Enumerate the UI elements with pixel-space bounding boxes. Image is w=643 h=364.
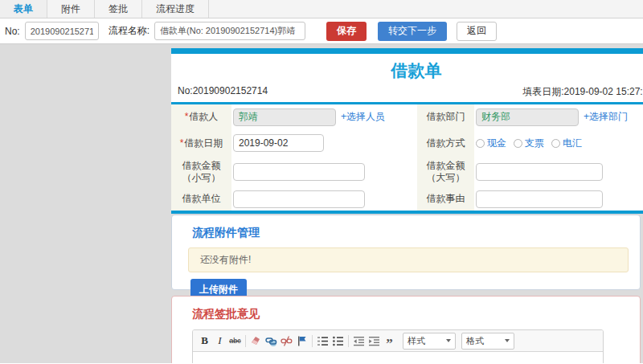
- approval-opinion-card: 流程签批意见 B I abc: [171, 296, 641, 363]
- select-person-link[interactable]: +选择人员: [341, 110, 385, 124]
- loan-date-field: [231, 129, 417, 157]
- department-field: +选择部门: [474, 104, 643, 129]
- amount-uppercase-label: 借款金额（大写）: [417, 157, 474, 187]
- approval-opinion-heading: 流程签批意见: [192, 307, 640, 321]
- department-label: 借款部门: [417, 104, 474, 129]
- loan-reason-field: [474, 187, 643, 211]
- no-attachments-alert: 还没有附件!: [188, 247, 629, 272]
- amount-uppercase-input[interactable]: [476, 163, 603, 181]
- toolbar: No: 流程名称: 保存 转交下一步 返回: [0, 18, 643, 44]
- process-name-input[interactable]: [154, 22, 305, 40]
- form-meta-row: No:20190902152714 填表日期:2019-09-02 15:27:…: [171, 84, 643, 102]
- styles-dropdown-label: 样式: [408, 335, 425, 347]
- process-name-label: 流程名称:: [109, 24, 149, 38]
- amount-lowercase-label: 借款金额（小写）: [171, 157, 231, 187]
- loan-date-input[interactable]: [233, 134, 324, 152]
- save-button[interactable]: 保存: [326, 22, 367, 41]
- required-asterisk: *: [180, 137, 184, 149]
- bullet-list-icon[interactable]: [330, 333, 346, 349]
- tab-form[interactable]: 表单: [0, 0, 47, 18]
- borrower-input[interactable]: [233, 108, 336, 126]
- numbered-list-icon[interactable]: [315, 333, 330, 349]
- editor-toolbar: B I abc: [193, 330, 603, 352]
- loan-unit-input[interactable]: [233, 190, 365, 208]
- remove-format-icon[interactable]: [248, 333, 264, 349]
- attachments-heading: 流程附件管理: [192, 226, 640, 240]
- form-date-text: 填表日期:2019-09-02 15:27:14: [522, 85, 643, 99]
- italic-button[interactable]: I: [212, 333, 227, 349]
- rich-text-editor: B I abc: [192, 329, 604, 363]
- unlink-icon[interactable]: [279, 333, 294, 349]
- indent-icon[interactable]: [367, 333, 382, 349]
- loan-reason-input[interactable]: [476, 190, 603, 208]
- loan-form-grid: * 借款人 +选择人员 借款部门 +选择部门 * 借款日期: [171, 104, 643, 211]
- required-asterisk: *: [185, 111, 189, 123]
- amount-lowercase-field: [231, 157, 417, 187]
- anchor-flag-icon[interactable]: [294, 333, 309, 349]
- loan-form-panel: 借款单 No:20190902152714 填表日期:2019-09-02 15…: [171, 48, 643, 214]
- loan-unit-field: [231, 187, 417, 211]
- loan-unit-label: 借款单位: [171, 187, 231, 211]
- loan-method-field: 现金 支票 电汇: [474, 129, 643, 157]
- link-icon[interactable]: [264, 333, 279, 349]
- blockquote-button[interactable]: ”: [382, 333, 397, 349]
- borrower-field: +选择人员: [231, 104, 417, 129]
- chevron-down-icon: [505, 339, 510, 342]
- attachments-card: 流程附件管理 还没有附件! 上传附件: [171, 215, 641, 290]
- outdent-icon[interactable]: [351, 333, 367, 349]
- amount-lowercase-input[interactable]: [233, 163, 365, 181]
- cash-radio[interactable]: [476, 139, 485, 148]
- strikethrough-button[interactable]: abc: [227, 333, 243, 349]
- editor-content-area[interactable]: [193, 352, 603, 363]
- form-no-text: No:20190902152714: [178, 85, 268, 99]
- form-title: 借款单: [171, 54, 643, 84]
- next-step-button[interactable]: 转交下一步: [378, 22, 447, 41]
- panel-top-accent-bar: [171, 48, 643, 54]
- loan-method-label: 借款方式: [417, 129, 474, 157]
- styles-dropdown[interactable]: 样式: [403, 333, 456, 350]
- cheque-radio[interactable]: [514, 139, 522, 148]
- format-dropdown-label: 格式: [466, 335, 484, 347]
- borrower-label: * 借款人: [171, 104, 231, 129]
- wire-transfer-radio[interactable]: [551, 139, 560, 148]
- tab-process-progress[interactable]: 流程进度: [142, 0, 209, 18]
- no-input[interactable]: [25, 22, 99, 40]
- tab-bar: 表单 附件 签批 流程进度: [0, 0, 643, 18]
- toolbar-divider: [312, 335, 313, 347]
- tab-approval[interactable]: 签批: [95, 0, 142, 18]
- cheque-radio-label[interactable]: 支票: [525, 137, 544, 150]
- loan-reason-label: 借款事由: [417, 187, 474, 211]
- bold-button[interactable]: B: [197, 333, 212, 349]
- back-button[interactable]: 返回: [457, 22, 497, 41]
- content-area: 借款单 No:20190902152714 填表日期:2019-09-02 15…: [0, 44, 643, 363]
- panel-bottom-accent-bar: [171, 211, 643, 214]
- chevron-down-icon: [446, 339, 451, 342]
- loan-date-label: * 借款日期: [171, 129, 231, 157]
- toolbar-divider: [245, 335, 246, 347]
- department-input[interactable]: [476, 108, 579, 126]
- tab-attachments[interactable]: 附件: [47, 0, 95, 18]
- cash-radio-label[interactable]: 现金: [487, 137, 506, 150]
- wire-transfer-radio-label[interactable]: 电汇: [563, 137, 582, 150]
- amount-uppercase-field: [474, 157, 643, 187]
- select-department-link[interactable]: +选择部门: [584, 110, 628, 124]
- toolbar-divider: [348, 335, 349, 347]
- no-label: No:: [5, 26, 20, 37]
- format-dropdown[interactable]: 格式: [461, 333, 514, 350]
